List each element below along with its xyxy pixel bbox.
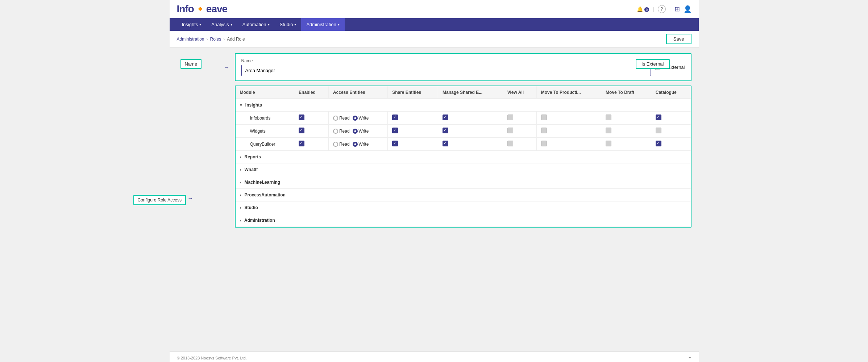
querybuilder-enabled-checkbox[interactable] (299, 141, 304, 146)
widgets-movetoprod-checkbox[interactable] (541, 128, 547, 133)
save-button[interactable]: Save (666, 34, 692, 44)
querybuilder-write-radio[interactable] (353, 142, 358, 147)
querybuilder-viewall-checkbox[interactable] (507, 141, 513, 146)
studio-expand-icon[interactable]: › (240, 205, 241, 210)
ml-label: MachineLearning (245, 180, 281, 185)
table-row: QueryBuilder Read (236, 138, 691, 151)
table-wrapper: Module Enabled Access Entities Share Ent… (236, 86, 691, 227)
infoboards-movetodraft-checkbox[interactable] (606, 115, 611, 120)
form-section: Name Is External (235, 53, 692, 81)
nav-analysis[interactable]: Analysis ▾ (206, 18, 237, 31)
widgets-enabled-checkbox[interactable] (299, 128, 304, 133)
infoboards-movetoprod-checkbox[interactable] (541, 115, 547, 120)
infoboards-enabled-checkbox[interactable] (299, 115, 304, 120)
avatar-icon[interactable]: 👤 (684, 5, 692, 13)
grid-icon[interactable]: ⊞ (674, 5, 680, 13)
is-external-annotation-box: Is External (636, 59, 669, 69)
widgets-share-checkbox[interactable] (392, 128, 398, 133)
infoboards-read-radio[interactable] (333, 116, 338, 121)
footer-icon: ✦ (688, 355, 692, 360)
querybuilder-write-option[interactable]: Write (353, 142, 369, 147)
querybuilder-viewall (503, 138, 536, 151)
help-icon[interactable]: ? (658, 5, 666, 13)
section-reports-cell: › Reports (236, 151, 691, 163)
admin-expand-icon[interactable]: › (240, 218, 241, 222)
bell-icon[interactable]: 🔔 5 (637, 6, 649, 12)
infoboards-read-option[interactable]: Read (333, 116, 350, 121)
infoboards-module: Infoboards (236, 112, 294, 125)
infoboards-viewall (503, 112, 536, 125)
widgets-write-radio[interactable] (353, 129, 358, 134)
querybuilder-share (388, 138, 438, 151)
name-annotation-box: Name (180, 59, 202, 69)
ml-expand-icon[interactable]: › (240, 180, 241, 184)
divider-2: | (669, 6, 671, 12)
widgets-write-option[interactable]: Write (353, 129, 369, 134)
widgets-catalogue-checkbox[interactable] (656, 128, 661, 133)
nav-bar: Insights ▾ Analysis ▾ Automation ▾ Studi… (170, 18, 699, 31)
infoboards-write-option[interactable]: Write (353, 116, 369, 121)
querybuilder-manage (438, 138, 503, 151)
studio-label: Studio (245, 205, 258, 210)
nav-automation[interactable]: Automation ▾ (237, 18, 275, 31)
nav-administration-label: Administration (306, 22, 336, 27)
breadcrumb-roles[interactable]: Roles (210, 37, 221, 42)
reports-expand-icon[interactable]: › (240, 155, 241, 159)
section-insights: ▾ Insights (236, 99, 691, 112)
infoboards-manage-checkbox[interactable] (443, 115, 448, 120)
widgets-movetodraft-checkbox[interactable] (606, 128, 611, 133)
querybuilder-catalogue-checkbox[interactable] (656, 141, 661, 146)
infoboards-catalogue (651, 112, 690, 125)
infoboards-share-checkbox[interactable] (392, 115, 398, 120)
widgets-read-option[interactable]: Read (333, 129, 350, 134)
querybuilder-read-label: Read (339, 142, 350, 147)
querybuilder-write-label: Write (359, 142, 369, 147)
section-insights-cell: ▾ Insights (236, 99, 691, 112)
breadcrumb-current: Add Role (227, 37, 245, 42)
divider-1: | (653, 6, 654, 12)
querybuilder-movetoprod-checkbox[interactable] (541, 141, 547, 146)
copyright: © 2013-2023 Noesys Software Pvt. Ltd. (177, 356, 247, 360)
reports-label: Reports (245, 154, 261, 159)
pa-expand-icon[interactable]: › (240, 193, 241, 197)
querybuilder-read-radio[interactable] (333, 142, 338, 147)
widgets-movetodraft (601, 125, 651, 138)
widgets-viewall-checkbox[interactable] (507, 128, 513, 133)
name-field-label: Name (241, 58, 651, 63)
querybuilder-movetodraft-checkbox[interactable] (606, 141, 611, 146)
whatif-expand-icon[interactable]: › (240, 167, 241, 172)
nav-studio-arrow: ▾ (294, 22, 296, 26)
querybuilder-read-option[interactable]: Read (333, 142, 350, 147)
querybuilder-access: Read Write (328, 138, 387, 151)
infoboards-viewall-checkbox[interactable] (507, 115, 513, 120)
nav-insights[interactable]: Insights ▾ (177, 18, 207, 31)
whatif-label: WhatIf (245, 167, 258, 172)
nav-studio[interactable]: Studio ▾ (275, 18, 302, 31)
admin-label: Administration (244, 218, 275, 223)
breadcrumb: Administration › Roles › Add Role (177, 37, 245, 42)
breadcrumb-administration[interactable]: Administration (177, 37, 204, 42)
infoboards-catalogue-checkbox[interactable] (656, 115, 661, 120)
section-administration: › Administration (236, 214, 691, 227)
widgets-manage-checkbox[interactable] (443, 128, 448, 133)
querybuilder-access-radio-group: Read Write (333, 142, 383, 147)
widgets-enabled (294, 125, 329, 138)
querybuilder-share-checkbox[interactable] (392, 141, 398, 146)
insights-expand-icon[interactable]: ▾ (240, 103, 242, 107)
nav-administration[interactable]: Administration ▾ (301, 18, 344, 31)
top-icons: 🔔 5 | ? | ⊞ 👤 (637, 5, 692, 13)
querybuilder-movetodraft (601, 138, 651, 151)
infoboards-read-label: Read (339, 116, 350, 121)
querybuilder-manage-checkbox[interactable] (443, 141, 448, 146)
insights-label: Insights (245, 103, 262, 108)
infoboards-share (388, 112, 438, 125)
section-processautomation: › ProcessAutomation (236, 189, 691, 201)
infoboards-write-radio[interactable] (353, 116, 358, 121)
logo: Info🔸eave (177, 3, 228, 15)
breadcrumb-bar: Administration › Roles › Add Role Save (170, 31, 699, 47)
name-input[interactable] (241, 65, 651, 76)
widgets-read-radio[interactable] (333, 129, 338, 134)
querybuilder-module: QueryBuilder (236, 138, 294, 151)
form-fields: Name Is External (241, 58, 685, 76)
widgets-manage (438, 125, 503, 138)
